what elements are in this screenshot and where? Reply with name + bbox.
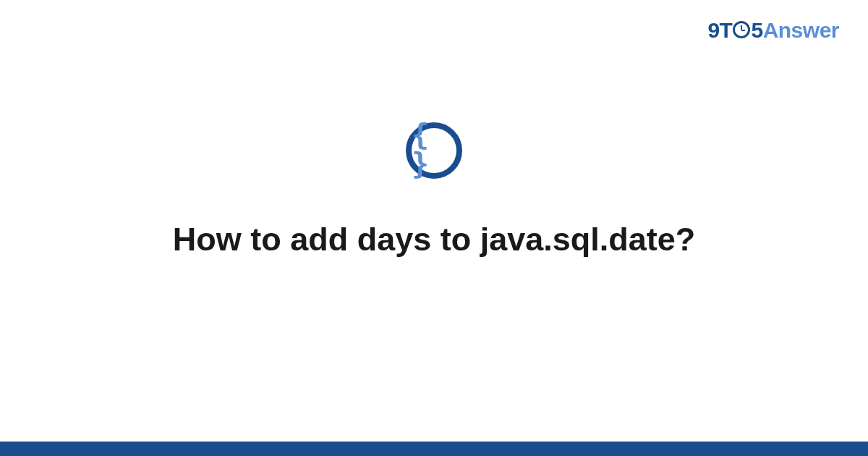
category-icon-circle: { }	[406, 122, 462, 179]
footer-bar	[0, 442, 868, 456]
code-braces-icon: { }	[412, 120, 456, 178]
main-content: { } How to add days to java.sql.date?	[0, 0, 868, 456]
question-title: How to add days to java.sql.date?	[129, 219, 739, 261]
